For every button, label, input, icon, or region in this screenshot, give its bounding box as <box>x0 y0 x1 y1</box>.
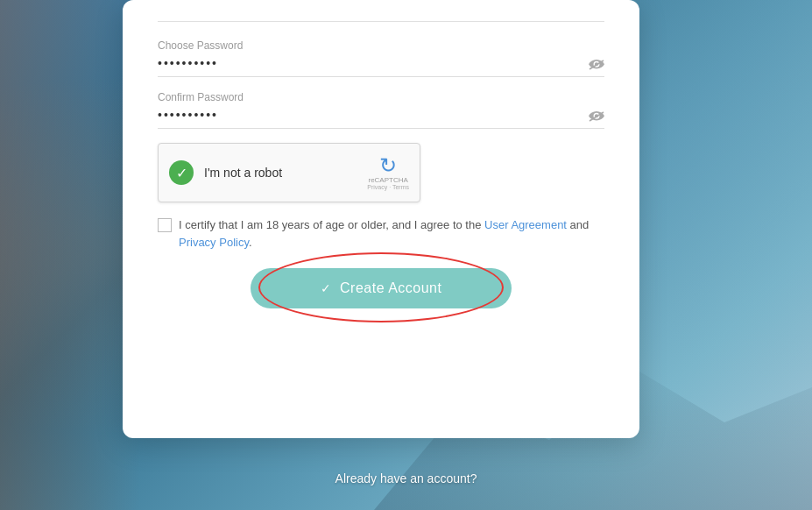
user-agreement-link[interactable]: User Agreement <box>484 218 567 231</box>
toggle-confirm-password-visibility-icon[interactable] <box>589 110 604 125</box>
recaptcha-label: I'm not a robot <box>204 166 360 180</box>
choose-password-group: Choose Password <box>158 39 604 77</box>
recaptcha-checkmark: ✓ <box>169 160 194 185</box>
choose-password-wrapper <box>158 55 604 77</box>
recaptcha-brand: reCAPTCHA <box>368 176 407 184</box>
confirm-password-group: Confirm Password <box>158 91 604 129</box>
privacy-policy-link[interactable]: Privacy Policy <box>179 236 249 249</box>
toggle-password-visibility-icon[interactable] <box>589 58 604 74</box>
confirm-password-wrapper <box>158 107 604 129</box>
confirm-password-input[interactable] <box>158 108 604 122</box>
choose-password-input[interactable] <box>158 56 604 70</box>
certify-checkbox[interactable] <box>158 218 172 232</box>
background-architecture <box>0 0 140 510</box>
create-button-wrapper: ✓ Create Account <box>158 268 604 308</box>
create-account-label: Create Account <box>340 280 441 296</box>
create-account-button[interactable]: ✓ Create Account <box>251 268 512 308</box>
create-account-check-icon: ✓ <box>321 281 332 295</box>
choose-password-label: Choose Password <box>158 39 604 52</box>
recaptcha-logo: ↻ reCAPTCHA Privacy · Terms <box>367 155 409 190</box>
recaptcha-icon: ↻ <box>379 155 397 176</box>
certify-text: I certify that I am 18 years of age or o… <box>179 216 604 251</box>
top-divider <box>158 21 604 22</box>
registration-modal: Choose Password Confirm Password <box>123 0 639 438</box>
certify-row: I certify that I am 18 years of age or o… <box>158 216 604 251</box>
confirm-password-label: Confirm Password <box>158 91 604 103</box>
recaptcha-widget[interactable]: ✓ I'm not a robot ↻ reCAPTCHA Privacy · … <box>158 143 420 202</box>
recaptcha-links: Privacy · Terms <box>367 184 409 190</box>
already-have-account: Already have an account? <box>335 471 477 485</box>
